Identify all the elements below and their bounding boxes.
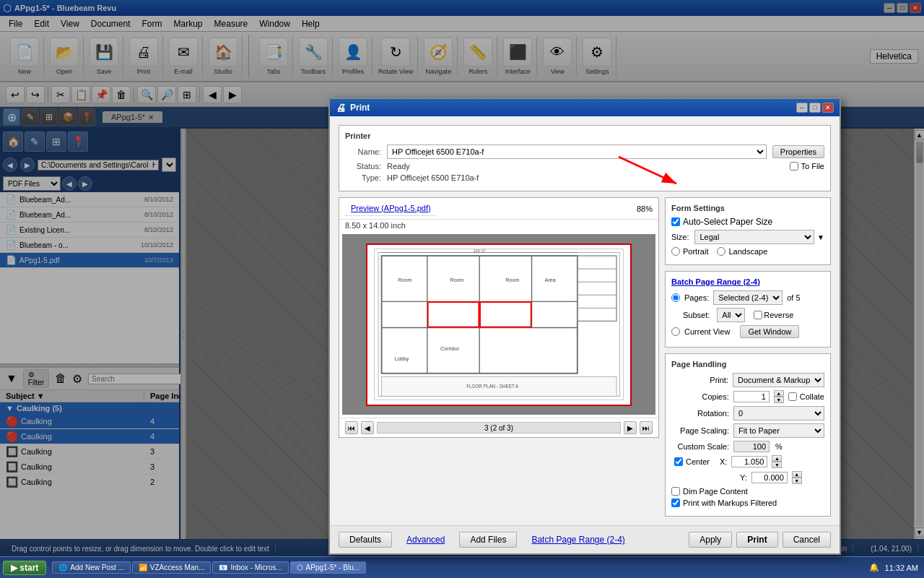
svg-text:120'-0": 120'-0" [473,249,485,253]
print-markups-checkbox[interactable] [671,499,680,507]
print-markups-row: Print with Markups Filtered [671,499,824,507]
dialog-left-col: Preview (APpg1-5.pdf) 88% 8.50 x 14.00 i… [339,197,659,517]
dim-page-checkbox[interactable] [671,487,680,496]
svg-text:FLOOR PLAN - SHEET A: FLOOR PLAN - SHEET A [466,384,519,389]
taskbar-notification-icon: 🔔 [869,563,879,572]
auto-select-checkbox[interactable] [671,217,680,226]
x-value-input[interactable] [731,456,767,467]
svg-text:Room: Room [450,277,463,283]
preview-next-button[interactable]: ▶ [624,421,637,434]
print-markups-label: Print with Markups Filtered [683,499,777,507]
to-file-text: To File [801,162,824,171]
taskbar-item-bluebeam-label: APpg1-5* - Blu... [306,564,359,571]
to-file-checkbox[interactable] [790,162,798,171]
taskbar-item-bluebeam[interactable]: ⬡ APpg1-5* - Blu... [290,561,366,574]
preview-section: Preview (APpg1-5.pdf) 88% 8.50 x 14.00 i… [339,197,659,438]
dialog-title: 🖨 Print [336,102,370,113]
batch-title-link[interactable]: Batch Page Range (2-4) [671,277,824,286]
y-spinner: ▲ ▼ [792,471,802,484]
size-dropdown-arrow[interactable]: ▼ [817,233,824,241]
printer-status-label: Status: [345,162,381,171]
properties-button[interactable]: Properties [772,145,824,158]
pages-label: Pages: [684,293,709,302]
taskbar-item-vzaccess[interactable]: 📶 VZAccess Man... [132,561,212,574]
batch-page-range-button[interactable]: Batch Page Range (2-4) [521,532,635,548]
print-ph-label: Print: [671,376,728,384]
dialog-two-col: Preview (APpg1-5.pdf) 88% 8.50 x 14.00 i… [339,197,831,517]
print-dialog: 🖨 Print ─ □ ✕ Printer Name: HP [328,98,841,555]
dialog-maximize-button[interactable]: □ [809,103,821,113]
rotation-select[interactable]: 0 [733,406,824,420]
preview-prev-button[interactable]: ◀ [361,421,374,434]
svg-text:Area: Area [544,277,556,283]
custom-scale-label: Custom Scale: [671,442,729,451]
preview-content: Room Room Room Area Lobby Corridor [374,249,624,400]
center-checkbox[interactable] [674,457,683,466]
taskbar-item-inbox[interactable]: 📧 Inbox - Micros... [212,561,288,574]
preview-first-button[interactable]: ⏮ [345,421,358,434]
landscape-radio-label: Landscape [717,247,767,256]
advanced-button[interactable]: Advanced [396,532,455,548]
copies-down-button[interactable]: ▼ [774,397,784,403]
collate-checkbox[interactable] [788,392,797,401]
portrait-radio[interactable] [671,247,680,256]
blueprint-svg: Room Room Room Area Lobby Corridor [375,249,624,400]
center-text: Center [686,457,710,466]
dialog-title-bar: 🖨 Print ─ □ ✕ [330,99,840,116]
preview-canvas: Room Room Room Area Lobby Corridor [342,234,655,415]
printer-section-title: Printer [345,131,824,140]
footer-right-buttons: Apply Print Cancel [689,532,831,548]
printer-section: Printer Name: HP Officejet 6500 E710a-f … [339,125,831,191]
printer-status-value: Ready [387,162,410,171]
percent-label: % [775,442,783,451]
portrait-radio-label: Portrait [671,247,708,256]
dialog-window-controls: ─ □ ✕ [796,103,834,113]
preview-page-indicator: 3 (2 of 3) [377,422,621,434]
svg-text:Room: Room [398,277,411,283]
dialog-title-text: Print [350,103,370,113]
size-select[interactable]: Legal [694,230,814,244]
printer-name-row: Name: HP Officejet 6500 E710a-f Properti… [345,144,824,159]
print-ph-select[interactable]: Document & Markup [733,373,824,387]
taskbar-item-inbox-label: Inbox - Micros... [230,564,282,571]
x-up-button[interactable]: ▲ [772,455,782,462]
start-button[interactable]: ▶ start [3,561,46,575]
subset-select[interactable]: All [717,308,745,322]
current-view-radio[interactable] [671,327,680,336]
printer-name-select[interactable]: HP Officejet 6500 E710a-f [387,144,767,159]
get-window-button[interactable]: Get Window [740,325,799,338]
taskbar: ▶ start 🌐 Add New Post ... 📶 VZAccess Ma… [0,556,924,578]
y-down-button[interactable]: ▼ [792,478,802,484]
add-files-button[interactable]: Add Files [459,532,517,548]
cancel-button[interactable]: Cancel [783,532,831,548]
preview-last-button[interactable]: ⏭ [640,421,653,434]
printer-type-label: Type: [345,173,381,182]
custom-scale-row: Custom Scale: % [671,441,824,452]
y-value-input[interactable] [751,472,788,483]
page-scaling-select[interactable]: Fit to Paper [733,423,824,438]
pages-radio[interactable] [671,293,680,302]
reverse-checkbox[interactable] [754,311,762,319]
dialog-overlay: 🖨 Print ─ □ ✕ Printer Name: HP [0,0,924,556]
subset-label: Subset: [683,311,710,319]
y-label: Y: [740,473,747,482]
dialog-minimize-button[interactable]: ─ [796,103,808,113]
center-label: Center [674,457,710,466]
y-up-button[interactable]: ▲ [792,471,802,478]
preview-navigation: ⏮ ◀ 3 (2 of 3) ▶ ⏭ [339,418,658,437]
preview-title-link[interactable]: Preview (APpg1-5.pdf) [345,201,437,216]
rotation-row: Rotation: 0 [671,406,824,420]
landscape-radio[interactable] [717,247,725,256]
custom-scale-input [733,441,770,452]
copies-input[interactable] [733,391,770,402]
defaults-button[interactable]: Defaults [339,532,392,548]
copies-up-button[interactable]: ▲ [774,390,784,397]
preview-dims-text: 8.50 x 14.00 inch [345,221,406,230]
dialog-close-button[interactable]: ✕ [822,103,834,113]
taskbar-item-chrome[interactable]: 🌐 Add New Post ... [52,561,130,574]
pages-select[interactable]: Selected (2-4) [713,290,783,305]
taskbar-right: 🔔 11:32 AM [863,563,924,572]
apply-button[interactable]: Apply [689,532,732,548]
print-button[interactable]: Print [736,532,777,548]
x-down-button[interactable]: ▼ [772,462,782,468]
